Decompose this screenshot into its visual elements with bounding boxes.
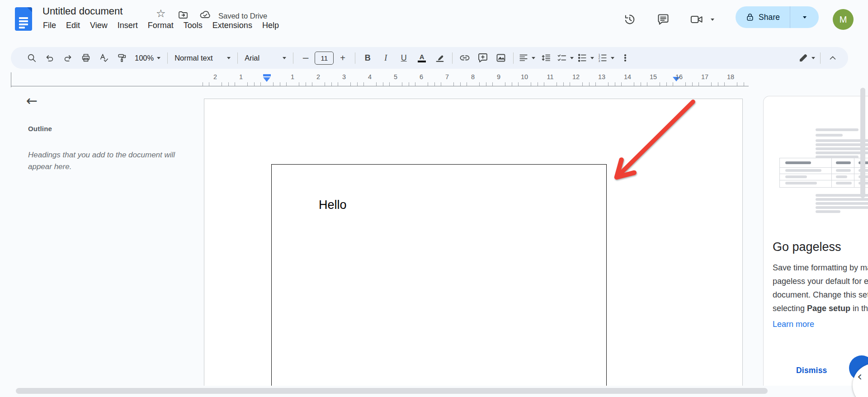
ruler-tick	[615, 82, 615, 86]
meet-dropdown-caret-icon[interactable]	[709, 13, 716, 26]
bulleted-list-button[interactable]	[576, 50, 596, 66]
skeleton-text-bar	[816, 128, 859, 131]
text-color-button[interactable]: A	[413, 50, 431, 66]
docs-logo-fold	[27, 7, 32, 12]
ruler-tick	[460, 82, 461, 86]
ruler-tick	[582, 82, 583, 86]
toolbar-divider	[452, 52, 453, 64]
menu-help[interactable]: Help	[257, 20, 284, 31]
google-docs-app: Untitled document ☆ Saved to Drive File …	[0, 0, 868, 397]
increase-font-size-button[interactable]: +	[334, 50, 352, 66]
docs-logo-line	[19, 17, 28, 19]
ruler-baseline	[11, 86, 749, 86]
document-body-text[interactable]: Hello	[319, 198, 347, 212]
decrease-font-size-button[interactable]: −	[297, 50, 315, 66]
checklist-button[interactable]	[555, 50, 576, 66]
text-color-letter: A	[420, 53, 425, 60]
align-button[interactable]	[517, 50, 537, 66]
docs-logo-line	[19, 20, 28, 22]
dismiss-button[interactable]: Dismiss	[796, 366, 827, 375]
menu-view[interactable]: View	[85, 20, 113, 31]
ruler-number: 9	[495, 73, 503, 80]
ruler-tick	[634, 82, 634, 86]
more-options-button[interactable]	[616, 50, 634, 66]
horizontal-scrollbar[interactable]	[16, 388, 768, 394]
underline-button[interactable]: U	[395, 50, 413, 66]
header: Untitled document ☆ Saved to Drive File …	[0, 0, 868, 47]
ruler-tick	[235, 82, 235, 86]
menu-insert[interactable]: Insert	[113, 20, 143, 31]
toolbar-divider	[167, 52, 168, 64]
spelling-check-button[interactable]	[95, 50, 113, 66]
redo-button[interactable]	[59, 50, 77, 66]
ruler-tick	[570, 82, 570, 86]
ruler-tick	[589, 82, 590, 86]
first-line-indent-marker[interactable]	[263, 74, 271, 76]
insert-link-button[interactable]	[456, 50, 474, 66]
lock-icon	[745, 13, 755, 22]
ruler-number: 2	[314, 73, 322, 80]
print-button[interactable]	[77, 50, 95, 66]
ruler-tick	[724, 82, 725, 86]
close-outline-back-icon[interactable]: ←	[26, 94, 38, 108]
promo-title: Go pageless	[773, 240, 841, 254]
docs-logo-icon[interactable]	[15, 7, 32, 31]
paragraph-style-select[interactable]: Normal text	[171, 50, 234, 66]
ruler-tick	[492, 82, 493, 86]
editing-mode-button[interactable]	[797, 50, 817, 66]
ruler-tick	[254, 82, 255, 86]
menu-file[interactable]: File	[38, 20, 61, 31]
ruler-tick	[512, 82, 512, 86]
learn-more-link[interactable]: Learn more	[773, 320, 814, 329]
horizontal-ruler[interactable]: 21123456789101112131415161718	[0, 72, 868, 87]
menu-tools[interactable]: Tools	[179, 20, 208, 31]
skeleton-text-bar	[816, 198, 868, 201]
bold-button[interactable]: B	[359, 50, 377, 66]
menu-edit[interactable]: Edit	[61, 20, 85, 31]
skeleton-cell-bar	[836, 161, 851, 164]
share-dropdown-button[interactable]	[790, 16, 819, 19]
ruler-tick	[357, 82, 358, 86]
skeleton-text-bar	[816, 156, 859, 158]
zoom-select[interactable]: 100%	[131, 50, 164, 66]
meet-video-icon[interactable]	[690, 13, 703, 26]
ruler-number: 2	[211, 73, 219, 80]
document-title[interactable]: Untitled document	[42, 5, 123, 17]
hide-menus-button[interactable]	[824, 50, 842, 66]
ruler-tick	[338, 82, 338, 86]
toolbar-divider	[237, 52, 238, 64]
star-icon[interactable]: ☆	[156, 7, 166, 20]
font-size-input[interactable]: 11	[315, 52, 334, 65]
line-spacing-button[interactable]	[537, 50, 555, 66]
insert-image-button[interactable]	[492, 50, 510, 66]
share-button[interactable]: Share	[736, 6, 819, 28]
skeleton-text-bar	[816, 202, 868, 205]
menu-format[interactable]: Format	[143, 20, 179, 31]
saved-status[interactable]: Saved to Drive	[218, 12, 267, 20]
left-indent-marker[interactable]	[263, 77, 270, 82]
zoom-value: 100%	[135, 54, 154, 62]
ruler-tick	[383, 82, 383, 86]
ruler-tick	[306, 82, 306, 86]
comments-icon[interactable]	[656, 13, 670, 26]
ruler-tick	[312, 82, 312, 86]
font-family-select[interactable]: Arial	[241, 50, 290, 66]
search-menus-button[interactable]	[23, 50, 41, 66]
vertical-scrollbar[interactable]	[860, 88, 865, 198]
italic-button[interactable]: I	[377, 50, 395, 66]
document-table-border[interactable]: Hello	[271, 164, 607, 387]
ruler-number: 18	[726, 73, 735, 80]
skeleton-cell-bar	[836, 175, 847, 178]
menu-extensions[interactable]: Extensions	[208, 20, 257, 31]
account-avatar[interactable]: M	[833, 9, 854, 30]
numbered-list-button[interactable]: 123	[596, 50, 616, 66]
svg-text:3: 3	[599, 59, 600, 62]
undo-button[interactable]	[41, 50, 59, 66]
highlight-color-button[interactable]	[431, 50, 449, 66]
ruler-tick	[595, 82, 596, 86]
ruler-tick	[479, 82, 480, 86]
ruler-tick	[331, 82, 332, 86]
version-history-icon[interactable]	[623, 13, 637, 26]
paint-format-button[interactable]	[113, 50, 131, 66]
add-comment-button[interactable]	[474, 50, 492, 66]
